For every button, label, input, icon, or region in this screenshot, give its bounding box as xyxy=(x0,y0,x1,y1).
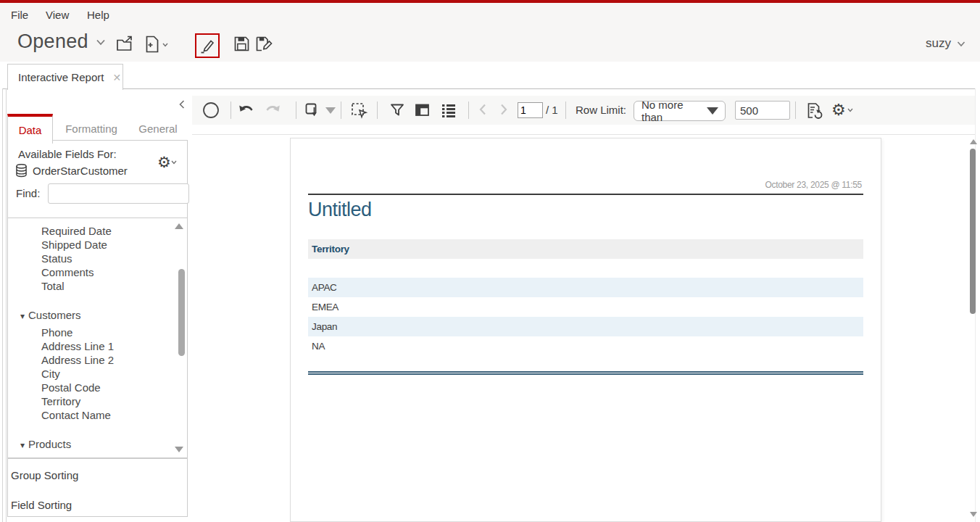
save-floppy-icon xyxy=(233,35,251,53)
scroll-up-arrow[interactable] xyxy=(970,139,977,144)
field-item[interactable]: Shipped Date xyxy=(41,238,187,252)
save-as-button[interactable] xyxy=(254,35,274,53)
triangle-down-icon: ▾ xyxy=(20,311,25,321)
panel-tab-formatting[interactable]: Formatting xyxy=(55,117,128,140)
folder-open-icon xyxy=(115,35,134,54)
field-item[interactable]: Status xyxy=(41,252,187,265)
menu-file[interactable]: File xyxy=(11,9,28,21)
scroll-up-arrow[interactable] xyxy=(175,223,183,229)
next-page-button-disabled[interactable] xyxy=(498,103,510,116)
pencil-edit-icon xyxy=(199,37,216,54)
group-label: Products xyxy=(28,438,71,450)
insert-down-icon xyxy=(304,102,321,119)
report-footer-double-rule xyxy=(308,371,863,375)
save-button[interactable] xyxy=(233,35,251,53)
row-limit-operator-dropdown[interactable]: No more than xyxy=(634,101,726,121)
list-view-button[interactable] xyxy=(440,102,457,119)
panel-splitter[interactable] xyxy=(2,88,3,522)
group-sorting-section[interactable]: Group Sorting xyxy=(11,469,78,481)
undo-icon xyxy=(238,102,255,119)
toolbar-separator xyxy=(565,102,566,119)
field-group-customers[interactable]: ▾Customers xyxy=(20,308,187,323)
available-fields-panel: Available Fields For: OrderStarCustomer … xyxy=(7,140,188,218)
edit-mode-button-active[interactable] xyxy=(195,33,220,58)
cell-territory: NA xyxy=(312,341,325,352)
filter-button[interactable] xyxy=(389,102,406,119)
available-fields-label: Available Fields For: xyxy=(18,148,117,160)
report-page: October 23, 2025 @ 11:55 Untitled Territ… xyxy=(290,138,881,522)
close-tab-icon[interactable]: ✕ xyxy=(112,72,121,83)
undo-button[interactable] xyxy=(238,102,255,119)
new-report-button[interactable] xyxy=(144,35,168,54)
page-total-label: / 1 xyxy=(546,104,558,116)
cell-territory: Japan xyxy=(312,321,337,332)
layout-table-button[interactable] xyxy=(414,102,431,119)
chevron-left-icon xyxy=(477,103,489,116)
gear-icon: ⚙ xyxy=(831,102,846,119)
scrollbar-thumb[interactable] xyxy=(970,149,976,314)
report-table-header-row: Territory xyxy=(308,239,863,259)
scroll-down-arrow[interactable] xyxy=(175,447,183,452)
fields-settings-button[interactable]: ⚙ xyxy=(157,154,177,171)
chevron-down-icon xyxy=(162,43,168,47)
redo-button-disabled[interactable] xyxy=(264,102,281,119)
save-as-floppy-pencil-icon xyxy=(254,35,274,53)
tab-interactive-report[interactable]: Interactive Report ✕ xyxy=(7,64,123,90)
field-item[interactable]: Phone xyxy=(41,326,187,339)
toolbar-separator xyxy=(795,102,796,119)
table-row: Japan xyxy=(308,317,863,336)
open-report-button[interactable] xyxy=(115,35,134,54)
table-row: APAC xyxy=(308,278,863,297)
viewport-top-border xyxy=(192,134,975,135)
field-group-products[interactable]: ▾Products xyxy=(20,437,187,452)
collapse-panel-button[interactable] xyxy=(178,99,186,109)
report-settings-button[interactable]: ⚙ xyxy=(831,102,853,119)
field-item[interactable]: Territory xyxy=(41,394,187,408)
opened-label: Opened xyxy=(17,30,88,53)
field-item[interactable]: City xyxy=(41,367,187,381)
row-limit-value-input[interactable] xyxy=(735,101,790,120)
prev-page-button-disabled[interactable] xyxy=(477,103,489,116)
toolbar-separator xyxy=(231,102,231,119)
field-sorting-section[interactable]: Field Sorting xyxy=(11,499,72,511)
report-timestamp: October 23, 2025 @ 11:55 xyxy=(765,180,862,190)
refresh-report-button[interactable] xyxy=(805,102,824,120)
shape-tool-button[interactable] xyxy=(202,102,220,119)
dropdown-caret-icon xyxy=(325,107,336,114)
user-menu-button[interactable]: suzy xyxy=(926,36,966,51)
select-element-button[interactable] xyxy=(350,102,369,120)
field-list-panel: Required Date Shipped Date Status Commen… xyxy=(7,218,188,458)
scroll-down-arrow[interactable] xyxy=(970,512,977,517)
toolbar-separator xyxy=(468,102,469,119)
panel-tab-data[interactable]: Data xyxy=(7,114,53,144)
column-header-territory[interactable]: Territory xyxy=(312,244,349,254)
field-item[interactable]: Required Date xyxy=(41,224,187,238)
find-input[interactable] xyxy=(48,183,189,204)
opened-menu-button[interactable]: Opened xyxy=(17,30,106,53)
field-item[interactable]: Total xyxy=(41,279,187,293)
document-tabbar xyxy=(0,62,980,88)
row-limit-operator-value: No more than xyxy=(641,99,707,123)
group-label: Customers xyxy=(28,309,81,321)
tab-label: Interactive Report xyxy=(18,71,104,83)
new-file-icon xyxy=(144,35,161,54)
field-item[interactable]: Contact Name xyxy=(41,408,187,422)
report-title[interactable]: Untitled xyxy=(308,199,372,221)
scrollbar-thumb[interactable] xyxy=(178,269,185,356)
page-number-input[interactable] xyxy=(518,102,543,118)
menu-help[interactable]: Help xyxy=(87,9,109,21)
marquee-cursor-icon xyxy=(350,102,369,120)
chevron-down-icon xyxy=(847,108,853,112)
triangle-down-icon: ▾ xyxy=(20,440,25,450)
chevron-down-icon xyxy=(96,38,106,46)
cell-territory: EMEA xyxy=(312,302,339,312)
field-item[interactable]: Postal Code xyxy=(41,381,187,394)
report-toolbar: / 1 Row Limit: No more than ⚙ xyxy=(192,96,975,125)
insert-element-button[interactable] xyxy=(304,102,336,119)
field-item[interactable]: Address Line 1 xyxy=(41,339,187,353)
panel-tab-general[interactable]: General xyxy=(132,117,184,140)
field-item[interactable]: Comments xyxy=(41,265,187,279)
menu-view[interactable]: View xyxy=(46,9,69,21)
field-item[interactable]: Address Line 2 xyxy=(41,353,187,367)
table-row: NA xyxy=(308,336,863,356)
